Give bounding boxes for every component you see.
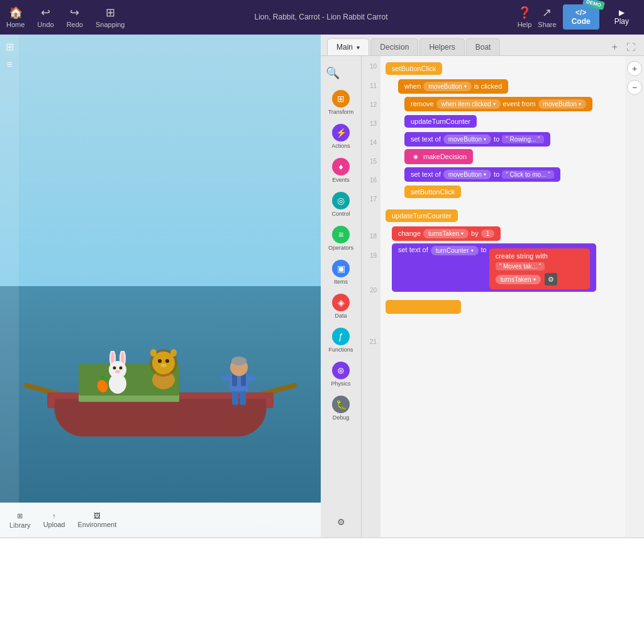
sky-background <box>0 35 321 311</box>
bottom-area <box>0 537 644 644</box>
undo-button[interactable]: ↩ Undo <box>37 6 53 28</box>
svg-point-28 <box>231 357 247 365</box>
spacer-row-2 <box>383 293 623 298</box>
farmer-character <box>222 352 257 408</box>
physics-icon: ⊛ <box>332 362 350 379</box>
code-editor-area: 🔍 ⊞ Transform ⚡ Actions ♦ Events ◎ Contr… <box>321 56 644 537</box>
tab-main-dropdown[interactable]: ▾ <box>357 44 360 51</box>
tool-functions[interactable]: ƒ Functions <box>321 324 361 357</box>
tool-transform[interactable]: ⊞ Transform <box>321 86 361 119</box>
gear-icon-20[interactable]: ⚙ <box>545 273 557 286</box>
tab-helpers[interactable]: Helpers <box>419 38 464 55</box>
settings-button[interactable]: ⚙ <box>332 512 350 532</box>
zoom-out-button[interactable]: − <box>627 80 642 95</box>
code-icon: </> <box>575 8 586 17</box>
fullscreen-button[interactable]: ⛶ <box>624 40 638 55</box>
tool-sidebar: 🔍 ⊞ Transform ⚡ Actions ♦ Events ◎ Contr… <box>321 56 362 537</box>
viewport-list-icon[interactable]: ≡ <box>6 59 12 70</box>
environment-icon: 🖼 <box>94 512 101 519</box>
snapping-icon: ⊞ <box>106 6 115 19</box>
toolbar-right: ❓ Help ↗ Share </> Code DEMO ▶ Play <box>518 4 638 30</box>
block-row-18: updateTurnCounter <box>383 207 623 225</box>
block-updateturncounter[interactable]: updateTurnCounter <box>404 115 477 128</box>
block-remove-event[interactable]: remove when item clicked ▾ event from mo… <box>404 97 592 111</box>
tab-main[interactable]: Main ▾ <box>327 38 369 55</box>
block-change-turns[interactable]: change turnsTaken ▾ by 1 <box>392 226 501 241</box>
tool-actions[interactable]: ⚡ Actions <box>321 120 361 153</box>
line-numbers: 10 11 12 13 14 15 16 17 18 19 20 21 <box>362 56 380 537</box>
tool-operators[interactable]: ≡ Operators <box>321 222 361 255</box>
toolbar: 🏠 Home ↩ Undo ↪ Redo ⊞ Snapping Lion, Ra… <box>0 0 644 35</box>
code-button[interactable]: </> Code DEMO <box>563 4 599 30</box>
turnstaken-dropdown[interactable]: turnsTaken ▾ <box>423 229 469 238</box>
block-set-text-16[interactable]: set text of moveButton ▾ to " Click to m… <box>404 167 560 182</box>
block-row-21 <box>383 298 623 316</box>
block-updateturncounter-header[interactable]: updateTurnCounter <box>386 209 458 222</box>
control-icon: ◎ <box>332 192 350 209</box>
svg-point-4 <box>158 359 162 363</box>
svg-rect-29 <box>222 375 231 380</box>
share-button[interactable]: ↗ Share <box>538 6 556 28</box>
movebtn-dropdown[interactable]: moveButton ▾ <box>423 82 471 91</box>
decision-icon: ◉ <box>411 152 421 162</box>
when-item-clicked-dropdown[interactable]: when item clicked ▾ <box>436 99 501 109</box>
main-content: ⊞ ≡ <box>0 35 644 537</box>
block-row-20: set text of turnCounter ▾ to create stri… <box>389 242 623 293</box>
movebutton-dropdown-12[interactable]: moveButton ▾ <box>538 99 586 109</box>
tool-physics[interactable]: ⊛ Physics <box>321 358 361 391</box>
redo-icon: ↪ <box>70 6 79 19</box>
lion-character <box>143 345 184 392</box>
home-button[interactable]: 🏠 Home <box>6 6 25 28</box>
share-icon: ↗ <box>542 6 552 19</box>
create-string-block[interactable]: create string with " Moves tak... " turn… <box>489 248 590 289</box>
tool-control[interactable]: ◎ Control <box>321 188 361 221</box>
search-icon[interactable]: 🔍 <box>326 67 340 79</box>
tool-debug[interactable]: 🐛 Debug <box>321 392 361 425</box>
snapping-button[interactable]: ⊞ Snapping <box>96 6 125 28</box>
search-area: 🔍 <box>321 61 361 85</box>
turnstaken-dropdown-20[interactable]: turnsTaken ▾ <box>496 275 541 284</box>
block-row-19: change turnsTaken ▾ by 1 <box>389 225 623 242</box>
block-set-text-14[interactable]: set text of moveButton ▾ to " Rowing... … <box>404 132 550 147</box>
help-button[interactable]: ❓ Help <box>518 6 532 28</box>
tab-boat[interactable]: Boat <box>466 38 501 55</box>
transform-icon: ⊞ <box>332 90 350 108</box>
block-setbuttonclick-header[interactable]: setButtonClick <box>386 62 442 75</box>
environment-button[interactable]: 🖼 Environment <box>77 512 116 528</box>
block-set-text-20[interactable]: set text of turnCounter ▾ to create stri… <box>392 243 596 292</box>
tool-items[interactable]: ▣ Items <box>321 256 361 289</box>
svg-point-15 <box>113 367 116 370</box>
svg-point-8 <box>170 349 177 357</box>
blocks-scroll-area[interactable]: 10 11 12 13 14 15 16 17 18 19 20 21 <box>362 56 644 537</box>
movebtn-dropdown-16[interactable]: moveButton ▾ <box>443 170 491 179</box>
upload-icon: ↑ <box>52 512 56 519</box>
add-tab-button[interactable]: + <box>607 39 623 55</box>
code-panel: Main ▾ Decision Helpers Boat + ⛶ 🔍 <box>321 35 644 537</box>
block-row-17: setButtonClick <box>402 183 623 201</box>
block-row-13: updateTurnCounter <box>402 113 623 130</box>
zoom-in-button[interactable]: + <box>627 61 642 76</box>
svg-point-6 <box>160 364 167 367</box>
play-icon: ▶ <box>619 8 625 17</box>
tab-decision[interactable]: Decision <box>370 38 418 55</box>
upload-button[interactable]: ↑ Upload <box>43 512 65 528</box>
right-controls: + − <box>625 56 644 537</box>
undo-icon: ↩ <box>41 6 50 19</box>
block-setbuttonclick-17[interactable]: setButtonClick <box>404 186 461 198</box>
debug-icon: 🐛 <box>332 396 350 413</box>
block-makedecision[interactable]: ◉ makeDecision <box>404 149 473 164</box>
block-row-11: when moveButton ▾ is clicked <box>396 77 623 95</box>
block-when-clicked[interactable]: when moveButton ▾ is clicked <box>398 79 508 94</box>
redo-button[interactable]: ↪ Redo <box>67 6 83 28</box>
play-button[interactable]: ▶ Play <box>606 4 638 30</box>
block-row-16: set text of moveButton ▾ to " Click to m… <box>402 165 623 183</box>
toolbar-left: 🏠 Home ↩ Undo ↪ Redo ⊞ Snapping <box>6 6 125 28</box>
tool-data[interactable]: ◈ Data <box>321 290 361 323</box>
movebtn-dropdown-14[interactable]: moveButton ▾ <box>443 135 491 144</box>
viewport: ⊞ ≡ <box>0 35 321 537</box>
svg-point-16 <box>119 367 123 370</box>
tool-events[interactable]: ♦ Events <box>321 154 361 187</box>
turncounter-dropdown[interactable]: turnCounter ▾ <box>431 246 479 255</box>
block-yellow-21[interactable] <box>386 300 461 314</box>
viewport-layers-icon[interactable]: ⊞ <box>6 41 14 53</box>
